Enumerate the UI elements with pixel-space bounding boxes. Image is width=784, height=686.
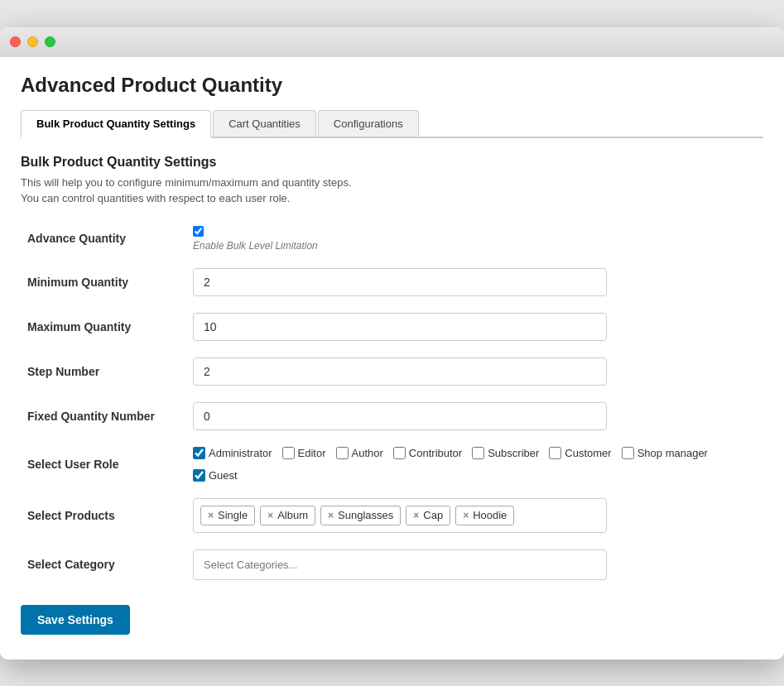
advance-quantity-desc: Enable Bulk Level Limitation [193, 240, 757, 252]
advance-quantity-label: Advance Quantity [21, 218, 186, 260]
role-item: Shop manager [622, 447, 708, 459]
minimum-quantity-input[interactable] [193, 268, 607, 296]
product-name: Sunglasses [338, 509, 393, 521]
maximum-quantity-input[interactable] [193, 313, 607, 341]
product-remove-icon[interactable]: × [328, 510, 334, 521]
product-tag: ×Hoodie [455, 506, 514, 525]
fixed-quantity-row: Fixed Quantity Number [21, 394, 763, 439]
step-number-row: Step Number [21, 349, 763, 394]
products-container: ×Single×Album×Sunglasses×Cap×Hoodie [193, 498, 607, 533]
role-item: Editor [282, 447, 326, 459]
tab-configurations[interactable]: Configurations [318, 110, 419, 137]
role-label: Customer [565, 447, 611, 459]
role-checkbox-subscriber[interactable] [472, 447, 484, 459]
step-number-label: Step Number [21, 349, 186, 394]
tab-bar: Bulk Product Quantity Settings Cart Quan… [21, 110, 763, 138]
main-content: Advanced Product Quantity Bulk Product Q… [0, 57, 784, 660]
role-item: Administrator [193, 447, 272, 459]
role-label: Subscriber [488, 447, 539, 459]
section-title: Bulk Product Quantity Settings [21, 155, 763, 170]
product-name: Hoodie [473, 509, 507, 521]
product-tag: ×Cap [406, 506, 450, 525]
select-category-input[interactable] [193, 549, 607, 580]
advance-quantity-checkbox[interactable] [193, 226, 204, 237]
role-label: Administrator [209, 447, 272, 459]
role-label: Author [352, 447, 383, 459]
advance-quantity-cell: Enable Bulk Level Limitation [193, 226, 757, 252]
minimum-quantity-label: Minimum Quantity [21, 260, 186, 305]
product-name: Single [218, 509, 248, 521]
role-label: Contributor [409, 447, 462, 459]
role-label: Editor [298, 447, 326, 459]
user-role-row: Select User Role AdministratorEditorAuth… [21, 439, 763, 490]
select-category-label: Select Category [21, 541, 186, 588]
product-tag: ×Album [260, 506, 315, 525]
product-remove-icon[interactable]: × [463, 510, 469, 521]
product-name: Album [277, 509, 308, 521]
product-remove-icon[interactable]: × [267, 510, 273, 521]
role-checkbox-editor[interactable] [282, 447, 295, 459]
step-number-input[interactable] [193, 357, 607, 386]
product-name: Cap [423, 509, 443, 521]
role-checkbox-customer[interactable] [549, 447, 561, 459]
product-remove-icon[interactable]: × [208, 510, 214, 521]
product-remove-icon[interactable]: × [413, 510, 419, 521]
titlebar [0, 27, 784, 57]
section-desc1: This will help you to configure minimum/… [21, 176, 763, 189]
maximize-button[interactable] [45, 36, 55, 47]
close-button[interactable] [10, 36, 21, 47]
maximum-quantity-label: Maximum Quantity [21, 305, 186, 349]
form-table: Advance Quantity Enable Bulk Level Limit… [21, 218, 763, 588]
user-role-label: Select User Role [21, 439, 186, 490]
tab-bulk[interactable]: Bulk Product Quantity Settings [21, 110, 211, 138]
select-products-label: Select Products [21, 490, 186, 541]
minimum-quantity-row: Minimum Quantity [21, 260, 763, 305]
section-desc2: You can control quantities with respect … [21, 192, 763, 204]
tab-cart[interactable]: Cart Quantities [213, 110, 316, 137]
role-item: Author [336, 447, 383, 459]
role-item: Contributor [393, 447, 462, 459]
role-item: Subscriber [472, 447, 539, 459]
product-tag: ×Sunglasses [320, 506, 401, 525]
maximum-quantity-row: Maximum Quantity [21, 305, 763, 349]
select-products-row: Select Products ×Single×Album×Sunglasses… [21, 490, 763, 541]
role-checkbox-shop-manager[interactable] [622, 447, 634, 459]
role-item: Guest [193, 469, 238, 482]
role-label: Shop manager [637, 447, 708, 459]
save-button[interactable]: Save Settings [21, 605, 130, 635]
minimize-button[interactable] [27, 36, 38, 47]
role-checkbox-guest[interactable] [193, 469, 205, 482]
advance-quantity-row: Advance Quantity Enable Bulk Level Limit… [21, 218, 763, 260]
fixed-quantity-input[interactable] [193, 402, 607, 430]
role-item: Customer [549, 447, 611, 459]
role-checkbox-administrator[interactable] [193, 447, 205, 459]
role-label: Guest [209, 469, 238, 482]
app-window: Advanced Product Quantity Bulk Product Q… [0, 27, 784, 660]
fixed-quantity-label: Fixed Quantity Number [21, 394, 186, 439]
user-roles-container: AdministratorEditorAuthorContributorSubs… [193, 447, 757, 482]
app-title: Advanced Product Quantity [21, 74, 763, 97]
role-checkbox-author[interactable] [336, 447, 349, 459]
select-category-row: Select Category [21, 541, 763, 588]
product-tag: ×Single [200, 506, 255, 525]
role-checkbox-contributor[interactable] [393, 447, 406, 459]
